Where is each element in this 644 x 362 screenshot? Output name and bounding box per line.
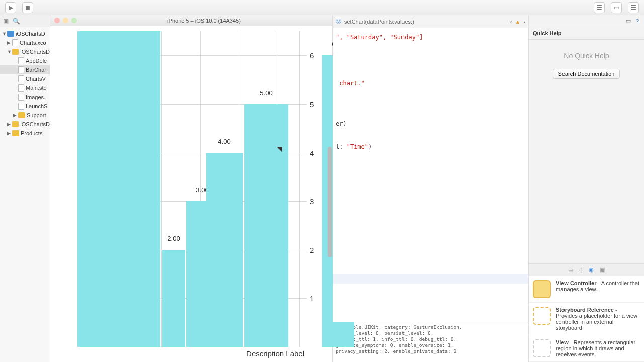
code-line: l: "Time"): [336, 142, 525, 152]
inspector-tabs[interactable]: ▭ ?: [529, 15, 644, 27]
window-controls[interactable]: [54, 18, 77, 23]
console-line: privacy_setting: 2, enable_private_data:…: [336, 348, 525, 354]
console-line: enable_level: 0, persist_level: 0,: [336, 330, 525, 336]
debug-console[interactable]: com.apple.UIKit, category: GestureExclus…: [333, 322, 528, 362]
code-line: ", "Saturday", "Sunday"]: [336, 32, 525, 42]
mouse-cursor: ◥: [277, 145, 282, 153]
jump-bar[interactable]: Ⓜ︎ setChart(dataPoints:values:) ‹ ▲ ›: [333, 15, 528, 28]
y-axis-tick-right: 1: [310, 294, 314, 303]
bar-value-label: 4.00: [218, 138, 230, 145]
file-inspector-icon[interactable]: ▭: [626, 18, 631, 24]
scrollbar-thumb[interactable]: [328, 147, 332, 257]
tree-item[interactable]: LaunchS: [0, 102, 50, 111]
utilities-panel: ▭ ? Quick Help No Quick Help Search Docu…: [528, 15, 644, 362]
object-library[interactable]: View Controller - A controller that mana…: [529, 276, 644, 362]
code-line: chart.": [336, 78, 525, 88]
code-line: er): [336, 119, 525, 129]
method-icon: Ⓜ︎: [336, 18, 341, 25]
close-icon[interactable]: [54, 18, 60, 23]
tree-item[interactable]: ▶Support: [0, 111, 50, 120]
tree-item[interactable]: ▶Products: [0, 129, 50, 138]
no-quick-help-label: No Quick Help: [564, 52, 609, 60]
source-editor[interactable]: ", "Saturday", "Sunday"] chart." er) l: …: [333, 28, 528, 322]
file-label: Support: [27, 112, 46, 118]
file-label: LaunchS: [26, 103, 47, 109]
bar-value-label: 5.00: [260, 89, 272, 97]
xcode-toolbar: ▶ ◼ ☰ ▭ ☰: [0, 0, 644, 15]
tree-item[interactable]: Main.sto: [0, 83, 50, 93]
quick-help-icon[interactable]: ?: [636, 18, 639, 24]
library-item[interactable]: View - Represents a rectangular region i…: [529, 335, 644, 362]
library-item-title: Storyboard Reference: [556, 307, 614, 313]
file-label: iOSChartsD: [20, 49, 50, 55]
minimize-icon[interactable]: [63, 18, 68, 23]
object-library-icon[interactable]: ◉: [589, 266, 594, 273]
library-item[interactable]: View Controller - A controller that mana…: [529, 276, 644, 303]
y-axis-tick-right: 4: [310, 148, 314, 157]
quick-help-body: No Quick Help Search Documentation: [529, 40, 644, 263]
project-navigator: ▣ 🔍 ▼iOSChartsD ▶Charts.xco ▼iOSChartsD …: [0, 15, 50, 362]
simulator-titlebar[interactable]: iPhone 5 – iOS 10.0 (14A345): [50, 15, 332, 26]
file-label: iOSChartsD: [20, 121, 50, 127]
quick-help-title: Quick Help: [529, 27, 644, 40]
file-label: Products: [21, 130, 42, 136]
panel-left-button[interactable]: ☰: [594, 2, 605, 13]
file-label: BarChar: [26, 67, 46, 73]
view-controller-icon: [533, 280, 551, 298]
navigator-tabs[interactable]: ▣ 🔍: [0, 15, 50, 27]
search-icon[interactable]: 🔍: [13, 18, 20, 25]
tree-item[interactable]: AppDele: [0, 56, 50, 65]
library-item[interactable]: Storyboard Reference - Provides a placeh…: [529, 303, 644, 335]
tree-item[interactable]: ▶Charts.xco: [0, 38, 50, 47]
file-label: ChartsV: [26, 76, 46, 82]
y-axis-tick-right: 2: [310, 245, 314, 254]
file-template-icon[interactable]: ▭: [568, 266, 573, 273]
stop-button[interactable]: ◼: [22, 2, 33, 13]
tree-item[interactable]: Images.: [0, 93, 50, 102]
folder-icon[interactable]: ▣: [3, 18, 9, 25]
search-documentation-button[interactable]: Search Documentation: [553, 69, 620, 79]
y-axis-tick-right: 6: [310, 51, 314, 60]
storyboard-ref-icon: [533, 307, 551, 325]
console-line: generate_symptoms: 0, enable_oversize: 1…: [336, 342, 525, 348]
file-label: Main.sto: [26, 85, 47, 91]
view-icon: [533, 339, 551, 357]
ios-simulator: iPhone 5 – iOS 10.0 (14A345) 11223344556…: [50, 15, 332, 362]
console-line: com.apple.UIKit, category: GestureExclus…: [336, 324, 525, 330]
jump-bar-path[interactable]: setChart(dataPoints:values:): [344, 19, 414, 25]
file-label: Charts.xco: [20, 40, 46, 46]
tree-item[interactable]: ChartsV: [0, 74, 50, 83]
back-icon[interactable]: ‹: [510, 19, 512, 25]
project-root[interactable]: ▼iOSChartsD: [0, 29, 50, 38]
zoom-icon[interactable]: [71, 18, 77, 23]
code-editor-pane: Ⓜ︎ setChart(dataPoints:values:) ‹ ▲ › ",…: [332, 15, 528, 362]
chart-description: Description Label: [246, 349, 304, 358]
console-line: default_ttl: 1, info_ttl: 0, debug_ttl: …: [336, 336, 525, 342]
chart-bar[interactable]: [206, 153, 243, 347]
library-tabs[interactable]: ▭ {} ◉ ▣: [529, 263, 644, 276]
file-tree[interactable]: ▼iOSChartsD ▶Charts.xco ▼iOSChartsD AppD…: [0, 27, 50, 140]
chart-bar[interactable]: [162, 250, 185, 347]
panel-right-button[interactable]: ☰: [628, 2, 639, 13]
y-axis-tick-right: 3: [310, 197, 314, 206]
simulator-title: iPhone 5 – iOS 10.0 (14A345): [80, 18, 328, 24]
code-snippet-icon[interactable]: {}: [579, 267, 583, 273]
tree-item[interactable]: ▼iOSChartsD: [0, 47, 50, 56]
file-label: AppDele: [26, 58, 47, 64]
library-item-title: View Controller: [556, 280, 596, 286]
bar-value-label: 2.00: [167, 235, 180, 242]
file-label: iOSChartsD: [16, 31, 45, 37]
file-label: Images.: [26, 94, 45, 100]
chart-bar[interactable]: [77, 31, 160, 347]
media-library-icon[interactable]: ▣: [600, 266, 605, 273]
panel-bottom-button[interactable]: ▭: [611, 2, 622, 13]
library-item-title: View: [556, 339, 569, 345]
run-button[interactable]: ▶: [5, 2, 16, 13]
warning-icon[interactable]: ▲: [515, 19, 520, 25]
tree-item-selected[interactable]: BarChar: [0, 65, 50, 74]
bar-chart[interactable]: 1122334455662.003.004.005.006.00 Descrip…: [75, 26, 332, 362]
forward-icon[interactable]: ›: [523, 19, 525, 25]
tree-item[interactable]: ▶iOSChartsD: [0, 120, 50, 129]
y-axis-tick-right: 5: [310, 100, 314, 108]
chart-bar[interactable]: [244, 104, 288, 347]
